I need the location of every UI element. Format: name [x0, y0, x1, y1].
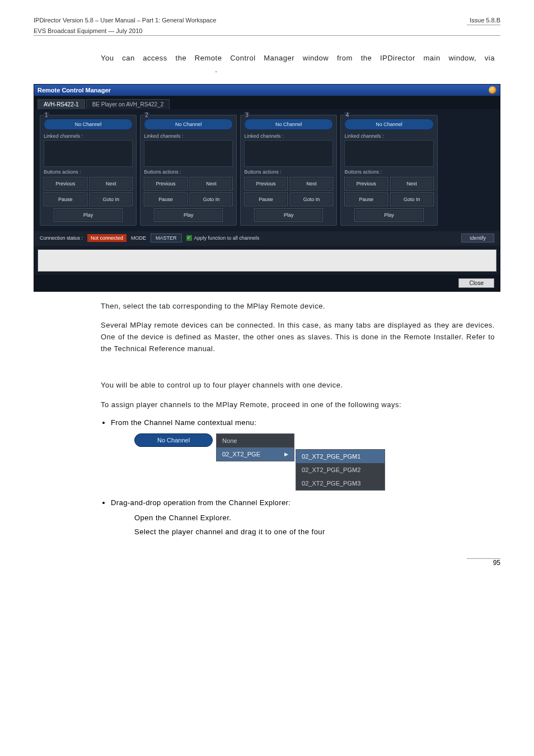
- linked-channels-label: Linked channels :: [144, 133, 233, 139]
- menu-item-xt2[interactable]: 02_XT2_PGE▶: [217, 447, 294, 461]
- menu-item-none[interactable]: None: [217, 434, 294, 447]
- pause-button[interactable]: Pause: [44, 193, 87, 206]
- gotoin-button[interactable]: Goto In: [290, 193, 334, 206]
- linked-channels-list: [344, 140, 433, 167]
- bullet-contextual-menu: From the Channel Name contextual menu:: [111, 418, 500, 427]
- panel-number: 3: [244, 112, 250, 118]
- log-area: [38, 249, 496, 272]
- then-paragraph: Then, select the tab corresponding to th…: [101, 301, 495, 312]
- close-icon[interactable]: [489, 86, 496, 94]
- previous-button[interactable]: Previous: [344, 177, 388, 190]
- chevron-right-icon: ▶: [284, 451, 288, 457]
- connection-status-label: Connection status :: [40, 235, 83, 241]
- context-menu-figure: No Channel None 02_XT2_PGE▶ 02_XT2_PGE_P…: [134, 433, 500, 491]
- several-paragraph: Several MPlay remote devices can be conn…: [101, 320, 495, 354]
- mode-label: MODE: [131, 235, 146, 241]
- next-button[interactable]: Next: [290, 177, 334, 190]
- apply-all-checkbox[interactable]: ✓ Apply function to all channels: [186, 235, 260, 241]
- channel-select-button[interactable]: No Channel: [44, 119, 133, 130]
- linked-channels-label: Linked channels :: [244, 133, 333, 139]
- window-titlebar: Remote Control Manager: [34, 85, 500, 96]
- page-number: 95: [467, 559, 500, 567]
- mode-value[interactable]: MASTER: [151, 234, 182, 242]
- linked-channels-label: Linked channels :: [344, 133, 433, 139]
- buttons-actions-label: Buttons actions :: [144, 169, 233, 175]
- channel-panel-3: 3 No Channel Linked channels : Buttons a…: [240, 115, 337, 226]
- previous-button[interactable]: Previous: [244, 177, 288, 190]
- next-button[interactable]: Next: [190, 177, 233, 190]
- previous-button[interactable]: Previous: [144, 177, 188, 190]
- pause-button[interactable]: Pause: [244, 193, 288, 206]
- checkmark-icon: ✓: [186, 235, 192, 241]
- assign-paragraph: To assign player channels to the MPlay R…: [101, 399, 495, 411]
- pause-button[interactable]: Pause: [344, 193, 388, 206]
- submenu-item-pgm3[interactable]: 02_XT2_PGE_PGM3: [296, 477, 385, 490]
- next-button[interactable]: Next: [390, 177, 434, 190]
- channel-select-button[interactable]: No Channel: [244, 119, 333, 130]
- channel-panel-4: 4 No Channel Linked channels : Buttons a…: [340, 115, 437, 226]
- buttons-actions-label: Buttons actions :: [44, 169, 133, 175]
- gotoin-button[interactable]: Goto In: [190, 193, 233, 206]
- play-button[interactable]: Play: [354, 208, 423, 222]
- pause-button[interactable]: Pause: [144, 193, 188, 206]
- connection-status-value: Not connected: [87, 234, 127, 242]
- play-button[interactable]: Play: [254, 208, 323, 222]
- previous-button[interactable]: Previous: [44, 177, 87, 190]
- play-button[interactable]: Play: [154, 208, 223, 222]
- close-button[interactable]: Close: [458, 278, 494, 288]
- window-title: Remote Control Manager: [38, 87, 111, 94]
- channel-select-button[interactable]: No Channel: [344, 119, 433, 130]
- tab-avh-rs422-1[interactable]: AVH-RS422-1: [38, 99, 85, 109]
- gotoin-button[interactable]: Goto In: [90, 193, 133, 206]
- gotoin-button[interactable]: Goto In: [390, 193, 434, 206]
- control-paragraph: You will be able to control up to four p…: [101, 380, 495, 391]
- submenu-item-pgm1[interactable]: 02_XT2_PGE_PGM1: [296, 450, 385, 463]
- channel-select-button[interactable]: No Channel: [144, 119, 233, 130]
- linked-channels-label: Linked channels :: [44, 133, 133, 139]
- buttons-actions-label: Buttons actions :: [244, 169, 333, 175]
- bullet-drag-drop: Drag-and-drop operation from the Channel…: [111, 498, 500, 507]
- play-button[interactable]: Play: [54, 208, 123, 222]
- channel-button[interactable]: No Channel: [134, 433, 213, 447]
- context-menu: None 02_XT2_PGE▶: [216, 433, 294, 461]
- buttons-actions-label: Buttons actions :: [344, 169, 433, 175]
- sub-select-drag: Select the player channel and drag it to…: [134, 528, 500, 536]
- sub-open-explorer: Open the Channel Explorer.: [134, 514, 500, 522]
- channel-panel-1: 1 No Channel Linked channels : Buttons a…: [40, 115, 137, 226]
- device-tabs: AVH-RS422-1 BE Player on AVH_RS422_2: [34, 96, 500, 109]
- linked-channels-list: [244, 140, 333, 167]
- submenu-item-pgm2[interactable]: 02_XT2_PGE_PGM2: [296, 463, 385, 477]
- next-button[interactable]: Next: [90, 177, 133, 190]
- tab-be-player[interactable]: BE Player on AVH_RS422_2: [86, 99, 170, 109]
- context-submenu: 02_XT2_PGE_PGM1 02_XT2_PGE_PGM2 02_XT2_P…: [296, 449, 385, 491]
- panel-number: 2: [144, 112, 149, 118]
- panel-number: 4: [344, 112, 350, 118]
- header-title: IPDirector Version 5.8 – User Manual – P…: [34, 17, 216, 25]
- remote-control-manager-window: Remote Control Manager AVH-RS422-1 BE Pl…: [34, 84, 500, 292]
- header-subtitle: EVS Broadcast Equipment — July 2010: [34, 27, 500, 34]
- panel-number: 1: [44, 112, 49, 118]
- linked-channels-list: [44, 140, 133, 167]
- linked-channels-list: [144, 140, 233, 167]
- intro-paragraph: You can access the Remote Control Manage…: [101, 53, 495, 76]
- channel-panel-2: 2 No Channel Linked channels : Buttons a…: [140, 115, 237, 226]
- identify-button[interactable]: Identify: [461, 234, 494, 242]
- issue-label: Issue 5.8.B: [467, 17, 500, 24]
